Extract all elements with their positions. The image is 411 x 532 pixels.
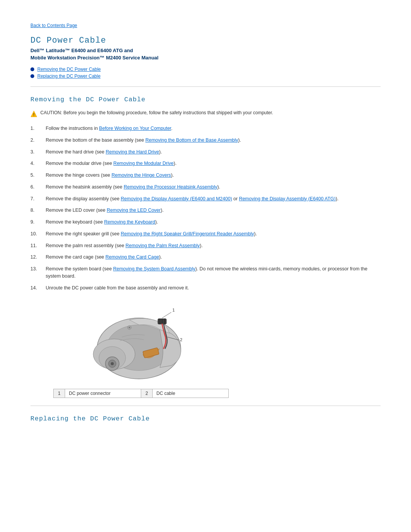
step-num-9: 9. — [30, 219, 46, 226]
subtitle-line2: Mobile Workstation Precision™ M2400 Serv… — [30, 55, 381, 61]
step-14: 14. Unroute the DC power cable from the … — [30, 284, 381, 292]
caution-icon: ! — [30, 110, 37, 117]
toc-bullet-2 — [30, 74, 34, 78]
svg-rect-9 — [158, 319, 166, 324]
step-5: 5. Remove the hinge covers (see Removing… — [30, 172, 381, 179]
step-text-13: Remove the system board (see Removing th… — [46, 265, 381, 280]
toc-link-replacing[interactable]: Replacing the DC Power Cable — [37, 73, 100, 79]
page-title: DC Power Cable — [30, 36, 381, 45]
step-text-8: Remove the LED cover (see Removing the L… — [46, 207, 381, 214]
step8-link[interactable]: Removing the LED Cover — [107, 208, 161, 213]
label-num-2: 2 — [141, 389, 153, 398]
step-num-4: 4. — [30, 160, 46, 167]
label-row-1: 1 DC power connector 2 DC cable — [54, 389, 229, 398]
step5-link[interactable]: Removing the Hinge Covers — [112, 173, 171, 178]
divider-2 — [30, 406, 381, 406]
step-text-5: Remove the hinge covers (see Removing th… — [46, 172, 381, 179]
toc-item-1: Removing the DC Power Cable — [30, 67, 381, 72]
step-text-9: Remove the keyboard (see Removing the Ke… — [46, 219, 381, 226]
step-2: 2. Remove the bottom of the base assembl… — [30, 137, 381, 144]
step-7: 7. Remove the display assembly (see Remo… — [30, 195, 381, 203]
step-num-7: 7. — [30, 195, 46, 203]
step2-link[interactable]: Removing the Bottom of the Base Assembly — [145, 137, 238, 143]
step-num-6: 6. — [30, 184, 46, 191]
step-num-10: 10. — [30, 230, 46, 238]
step-text-11: Remove the palm rest assembly (see Remov… — [46, 242, 381, 249]
step-num-8: 8. — [30, 207, 46, 214]
step-num-13: 13. — [30, 265, 46, 280]
svg-point-8 — [111, 362, 114, 365]
step12-link[interactable]: Removing the Card Cage — [105, 254, 159, 260]
step7-link2[interactable]: Removing the Display Assembly (E6400 ATG… — [239, 196, 336, 201]
step-text-6: Remove the heatsink assembly (see Removi… — [46, 184, 381, 191]
step-3: 3. Remove the hard drive (see Removing t… — [30, 149, 381, 156]
step-12: 12. Remove the card cage (see Removing t… — [30, 254, 381, 261]
step1-link[interactable]: Before Working on Your Computer — [99, 126, 171, 131]
toc-item-2: Replacing the DC Power Cable — [30, 73, 381, 79]
step-num-12: 12. — [30, 254, 46, 261]
step-num-3: 3. — [30, 149, 46, 156]
label-text-2: DC cable — [153, 389, 229, 398]
svg-text:2: 2 — [180, 337, 182, 342]
step-num-5: 5. — [30, 172, 46, 179]
step-1: 1. Follow the instructions in Before Wor… — [30, 125, 381, 132]
section-title-removing: Removing the DC Power Cable — [30, 96, 381, 103]
device-diagram: 1 2 — [84, 299, 190, 387]
step-text-1: Follow the instructions in Before Workin… — [46, 125, 381, 132]
step-num-2: 2. — [30, 137, 46, 144]
step7-link1[interactable]: Removing the Display Assembly (E6400 and… — [121, 196, 232, 201]
step-text-3: Remove the hard drive (see Removing the … — [46, 149, 381, 156]
step13-link[interactable]: Removing the System Board Assembly — [113, 266, 195, 272]
step4-link[interactable]: Removing the Modular Drive — [113, 161, 174, 166]
svg-text:!: ! — [33, 113, 34, 117]
step6-link[interactable]: Removing the Processor Heatsink Assembly — [124, 184, 217, 190]
step3-link[interactable]: Removing the Hard Drive — [106, 149, 159, 155]
step-11: 11. Remove the palm rest assembly (see R… — [30, 242, 381, 249]
step-num-14: 14. — [30, 284, 46, 292]
svg-text:1: 1 — [172, 308, 175, 312]
table-of-contents: Removing the DC Power Cable Replacing th… — [30, 67, 381, 79]
step-num-11: 11. — [30, 242, 46, 249]
svg-line-15 — [162, 312, 171, 318]
step10-link[interactable]: Removing the Right Speaker Grill/Fingerp… — [121, 231, 254, 236]
step11-link[interactable]: Removing the Palm Rest Assembly — [126, 243, 200, 248]
device-image-container: 1 2 — [84, 299, 183, 383]
step-text-12: Remove the card cage (see Removing the C… — [46, 254, 381, 261]
step-text-2: Remove the bottom of the base assembly (… — [46, 137, 381, 144]
toc-bullet-1 — [30, 67, 34, 71]
step9-link[interactable]: Removing the Keyboard — [104, 219, 155, 225]
subtitle-line1: Dell™ Latitude™ E6400 and E6400 ATG and — [30, 48, 381, 53]
divider-1 — [30, 86, 381, 87]
step-13: 13. Remove the system board (see Removin… — [30, 265, 381, 280]
caution-box: ! CAUTION: Before you begin the followin… — [30, 110, 381, 117]
label-text-1: DC power connector — [65, 389, 141, 398]
step-9: 9. Remove the keyboard (see Removing the… — [30, 219, 381, 226]
step-text-7: Remove the display assembly (see Removin… — [46, 195, 381, 203]
steps-list: 1. Follow the instructions in Before Wor… — [30, 125, 381, 291]
step-6: 6. Remove the heatsink assembly (see Rem… — [30, 184, 381, 191]
step-text-14: Unroute the DC power cable from the base… — [46, 284, 381, 292]
svg-point-20 — [129, 327, 130, 328]
toc-link-removing[interactable]: Removing the DC Power Cable — [37, 67, 101, 72]
section-title-replacing: Replacing the DC Power Cable — [30, 415, 381, 422]
step-num-1: 1. — [30, 125, 46, 132]
component-label-table: 1 DC power connector 2 DC cable — [53, 389, 229, 398]
back-to-contents-link[interactable]: Back to Contents Page — [30, 23, 77, 28]
step-10: 10. Remove the right speaker grill (see … — [30, 230, 381, 238]
caution-text: CAUTION: Before you begin the following … — [40, 110, 273, 115]
back-link-container: Back to Contents Page — [30, 23, 381, 28]
label-num-1: 1 — [54, 389, 65, 398]
step-text-4: Remove the modular drive (see Removing t… — [46, 160, 381, 167]
step-text-10: Remove the right speaker grill (see Remo… — [46, 230, 381, 238]
step-8: 8. Remove the LED cover (see Removing th… — [30, 207, 381, 214]
step-4: 4. Remove the modular drive (see Removin… — [30, 160, 381, 167]
